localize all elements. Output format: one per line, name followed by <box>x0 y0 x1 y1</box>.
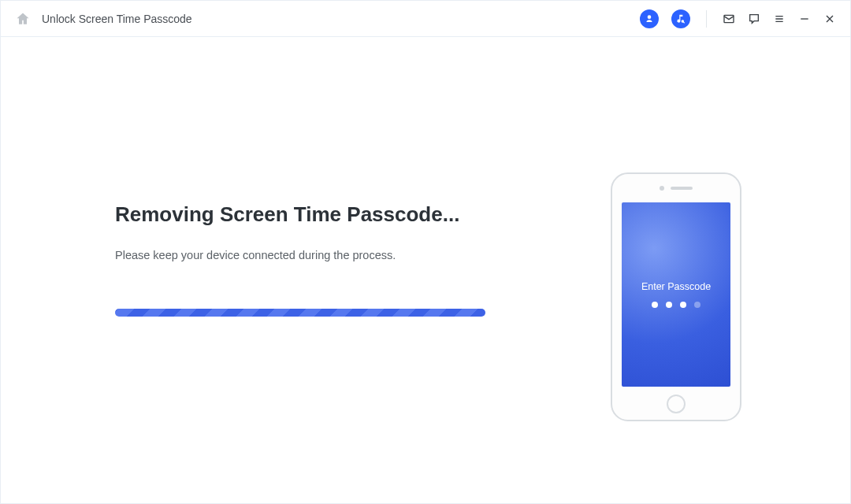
progress-bar <box>115 309 485 317</box>
status-subtext: Please keep your device connected during… <box>115 249 525 261</box>
passcode-dot <box>652 302 658 308</box>
mail-icon[interactable] <box>723 13 735 25</box>
feedback-icon[interactable] <box>748 13 760 25</box>
status-heading: Removing Screen Time Passcode... <box>115 202 525 227</box>
passcode-dot <box>666 302 672 308</box>
phone-speaker-icon <box>671 187 693 190</box>
phone-illustration: Enter Passcode <box>611 172 741 421</box>
divider <box>706 10 707 28</box>
status-panel: Removing Screen Time Passcode... Please … <box>115 202 525 317</box>
titlebar: Unlock Screen Time Passcode <box>1 1 850 37</box>
phone-prompt: Enter Passcode <box>641 281 711 292</box>
minimize-icon[interactable] <box>798 13 811 25</box>
close-icon[interactable] <box>823 13 836 25</box>
phone-camera-icon <box>660 186 664 191</box>
music-search-icon[interactable] <box>671 9 690 28</box>
passcode-dots <box>652 302 700 308</box>
phone-home-button-icon <box>667 395 686 413</box>
window-title: Unlock Screen Time Passcode <box>42 13 192 25</box>
phone-top <box>660 174 693 202</box>
content-area: Removing Screen Time Passcode... Please … <box>1 37 850 503</box>
account-icon[interactable] <box>640 9 659 28</box>
passcode-dot <box>694 302 700 308</box>
menu-icon[interactable] <box>773 13 786 25</box>
passcode-dot <box>680 302 686 308</box>
home-icon[interactable] <box>15 11 31 27</box>
titlebar-actions <box>640 9 836 28</box>
phone-screen: Enter Passcode <box>622 202 730 387</box>
